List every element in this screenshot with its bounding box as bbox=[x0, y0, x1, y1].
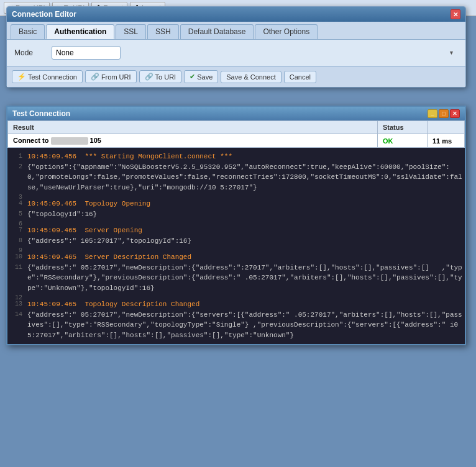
maximize-btn[interactable]: □ bbox=[439, 109, 449, 118]
mode-select[interactable]: None SCRAM-SHA-1 SCRAM-SHA-256 MONGODB-C… bbox=[52, 46, 121, 60]
tab-ssh[interactable]: SSH bbox=[147, 24, 179, 39]
line-number: 13 bbox=[10, 299, 27, 310]
log-text: 10:45:09.465 Server Description Changed bbox=[27, 252, 191, 263]
line-number: 5 bbox=[10, 209, 27, 220]
log-entry: 14{"address":" 05:27017","newDescription… bbox=[10, 310, 462, 341]
line-number: 7 bbox=[10, 225, 27, 236]
time-column-header bbox=[428, 121, 465, 134]
minimize-btn[interactable]: _ bbox=[428, 109, 437, 118]
save-btn[interactable]: ✔ Save bbox=[184, 70, 218, 83]
log-text: {"options":{"appname":"NoSQLBoosterV5.2.… bbox=[27, 162, 462, 193]
dialog-close-btn[interactable]: ✕ bbox=[451, 9, 460, 19]
dialog-titlebar: Connection Editor ✕ bbox=[7, 7, 465, 22]
line-number: 3 bbox=[10, 193, 27, 199]
result-column-header: Result bbox=[8, 121, 378, 134]
log-text: {"address":" 05:27017","newDescription":… bbox=[27, 310, 462, 341]
log-area[interactable]: 110:45:09.456 *** Starting MongoClient.c… bbox=[7, 148, 465, 344]
line-number: 10 bbox=[10, 252, 27, 263]
log-entry: 5{"topologyId":16} bbox=[10, 209, 462, 220]
line-number: 6 bbox=[10, 219, 27, 225]
line-number: 11 bbox=[10, 263, 27, 294]
tab-default-database[interactable]: Default Database bbox=[180, 24, 254, 39]
log-text: {"address":" 05:27017","newDescription":… bbox=[27, 263, 462, 294]
test-connection-btn[interactable]: ⚡ Test Connection bbox=[12, 70, 83, 83]
blurred-ip bbox=[51, 137, 88, 145]
to-uri-bottom-btn[interactable]: 🔗 To URI bbox=[139, 70, 182, 83]
line-number: 4 bbox=[10, 199, 27, 209]
tab-authentication[interactable]: Authentication bbox=[46, 24, 114, 39]
log-entry: 410:45:09.465 Topology Opening bbox=[10, 199, 462, 209]
bottom-toolbar: ⚡ Test Connection 🔗 From URI 🔗 To URI ✔ … bbox=[7, 66, 465, 87]
tab-ssl[interactable]: SSL bbox=[116, 24, 146, 39]
tabs-bar: Basic Authentication SSL SSH Default Dat… bbox=[7, 22, 465, 40]
log-entry: 11{"address":" 05:27017","newDescription… bbox=[10, 263, 462, 294]
connection-editor-dialog: Connection Editor ✕ Basic Authentication… bbox=[6, 6, 466, 88]
log-text: 10:45:09.456 *** Starting MongoClient.co… bbox=[27, 152, 232, 162]
log-entry: 6 bbox=[10, 219, 462, 225]
log-entry: 1310:45:09.465 Topology Description Chan… bbox=[10, 299, 462, 310]
line-number: 2 bbox=[10, 162, 27, 193]
mode-row: Mode None SCRAM-SHA-1 SCRAM-SHA-256 MONG… bbox=[7, 40, 465, 66]
test-dialog-titlebar: Test Connection _ □ ✕ bbox=[7, 107, 465, 120]
log-entry: 9 bbox=[10, 246, 462, 252]
tab-other-options[interactable]: Other Options bbox=[255, 24, 318, 39]
status-badge: OK bbox=[383, 137, 393, 145]
log-text: 10:45:09.465 Topology Description Change… bbox=[27, 299, 199, 310]
line-number: 12 bbox=[10, 293, 27, 299]
line-number: 14 bbox=[10, 310, 27, 341]
log-entry: 12 bbox=[10, 293, 462, 299]
log-text: {"address":" 105:27017","topologyId":16} bbox=[27, 236, 191, 247]
status-time-cell: 11 ms bbox=[428, 134, 465, 148]
status-ok-cell: OK bbox=[378, 134, 428, 148]
test-dialog-title: Test Connection bbox=[12, 109, 70, 118]
mode-select-wrapper: None SCRAM-SHA-1 SCRAM-SHA-256 MONGODB-C… bbox=[52, 46, 458, 60]
mode-label: Mode bbox=[14, 48, 45, 57]
log-text: 10:45:09.465 Server Opening bbox=[27, 225, 142, 236]
log-entry: 1010:45:09.465 Server Description Change… bbox=[10, 252, 462, 263]
save-connect-btn[interactable]: Save & Connect bbox=[221, 71, 281, 83]
from-uri-bottom-btn[interactable]: 🔗 From URI bbox=[85, 70, 137, 83]
from-uri-bottom-icon: 🔗 bbox=[91, 73, 99, 81]
table-row: Connect to 105 OK 11 ms bbox=[8, 134, 465, 148]
log-entry: 2{"options":{"appname":"NoSQLBoosterV5.2… bbox=[10, 162, 462, 193]
test-connection-icon: ⚡ bbox=[17, 73, 26, 81]
log-text: {"topologyId":16} bbox=[27, 209, 97, 220]
test-connection-dialog: Test Connection _ □ ✕ Result Status Conn… bbox=[6, 106, 466, 345]
close-btn[interactable]: ✕ bbox=[450, 109, 460, 118]
log-entry: 3 bbox=[10, 193, 462, 199]
dialog-title: Connection Editor bbox=[12, 10, 76, 19]
tab-basic[interactable]: Basic bbox=[11, 24, 45, 39]
result-table: Result Status Connect to 105 OK 11 ms bbox=[7, 120, 465, 148]
to-uri-bottom-icon: 🔗 bbox=[145, 73, 153, 81]
connect-to-cell: Connect to 105 bbox=[8, 134, 378, 148]
log-text: 10:45:09.465 Topology Opening bbox=[27, 199, 150, 209]
log-entry: 710:45:09.465 Server Opening bbox=[10, 225, 462, 236]
line-number: 9 bbox=[10, 246, 27, 252]
titlebar-buttons: _ □ ✕ bbox=[428, 109, 460, 118]
cancel-btn[interactable]: Cancel bbox=[284, 71, 316, 83]
log-entry: 8{"address":" 105:27017","topologyId":16… bbox=[10, 236, 462, 247]
save-icon: ✔ bbox=[190, 73, 195, 81]
status-column-header: Status bbox=[378, 121, 428, 134]
line-number: 8 bbox=[10, 236, 27, 247]
line-number: 1 bbox=[10, 152, 27, 162]
log-entry: 110:45:09.456 *** Starting MongoClient.c… bbox=[10, 152, 462, 162]
